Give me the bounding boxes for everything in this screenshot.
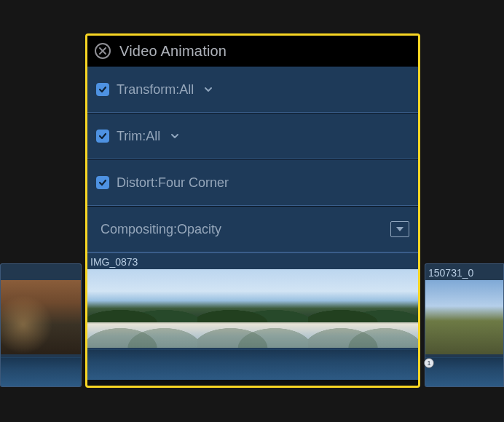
chevron-down-icon[interactable] xyxy=(202,84,214,95)
panel-clip-title: IMG_0873 xyxy=(90,256,138,268)
thumbnail-strip-left xyxy=(1,280,81,354)
thumbnail-frame xyxy=(308,269,418,348)
row-label-transform: Transform:All xyxy=(117,82,194,97)
close-icon[interactable] xyxy=(95,43,111,59)
thumbnail-strip xyxy=(87,269,418,348)
audio-waveform-right[interactable] xyxy=(425,357,503,386)
clip-title-right: 150731_0 xyxy=(428,267,502,279)
stage: 150731_0 1 Video Animation Transform:All xyxy=(0,0,504,422)
thumbnail-frame xyxy=(1,280,81,354)
row-label-compositing: Compositing:Opacity xyxy=(101,222,221,237)
panel-clip-area[interactable]: IMG_0873 xyxy=(87,252,418,380)
row-label-trim: Trim:All xyxy=(117,129,160,144)
panel-header: Video Animation xyxy=(87,36,418,66)
thumbnail-frame xyxy=(425,280,503,354)
checkbox-distort[interactable] xyxy=(96,176,109,189)
checkbox-transform[interactable] xyxy=(96,83,109,96)
video-animation-panel: Video Animation Transform:All Trim:All xyxy=(85,33,420,388)
anchor-marker-label: 1 xyxy=(427,359,430,367)
panel-title: Video Animation xyxy=(119,43,227,60)
audio-waveform[interactable] xyxy=(87,349,418,380)
row-transform[interactable]: Transform:All xyxy=(87,66,418,113)
thumbnail-strip-right xyxy=(425,280,503,354)
thumbnail-frame xyxy=(197,269,307,348)
thumbnail-frame xyxy=(87,269,197,348)
audio-waveform-left[interactable] xyxy=(1,357,81,386)
anchor-marker[interactable]: 1 xyxy=(424,358,434,368)
checkbox-trim[interactable] xyxy=(96,130,109,143)
timeline-clip-right[interactable]: 150731_0 xyxy=(425,263,504,387)
row-distort[interactable]: Distort:Four Corner xyxy=(87,159,418,206)
chevron-down-icon[interactable] xyxy=(169,130,181,142)
expand-dropdown-icon[interactable] xyxy=(390,221,409,237)
row-label-distort: Distort:Four Corner xyxy=(117,175,229,191)
row-compositing[interactable]: Compositing:Opacity xyxy=(87,206,418,252)
row-trim[interactable]: Trim:All xyxy=(87,113,418,159)
timeline-clip-left[interactable] xyxy=(0,263,82,387)
